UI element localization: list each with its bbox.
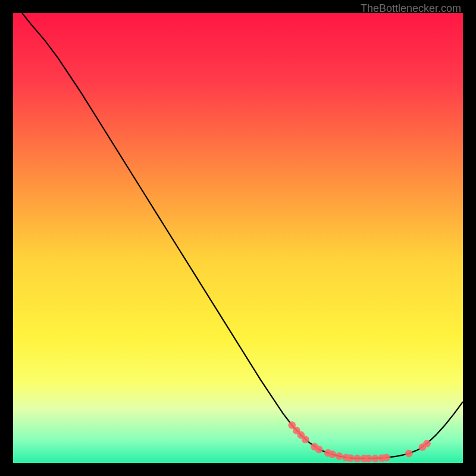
highlight-dot (405, 450, 413, 458)
highlight-dot (365, 455, 372, 462)
chart-svg (13, 13, 463, 463)
highlight-dot (347, 454, 355, 462)
gradient-background (13, 13, 463, 463)
highlight-dot (383, 454, 390, 462)
highlight-dot (302, 436, 309, 443)
highlight-dot (336, 452, 343, 460)
highlight-dot (328, 450, 336, 458)
highlight-dot (353, 455, 361, 462)
highlight-dot (423, 440, 431, 447)
highlight-dot (371, 455, 379, 462)
highlight-dot (315, 446, 323, 453)
chart-container: TheBottlenecker.com (0, 0, 476, 476)
